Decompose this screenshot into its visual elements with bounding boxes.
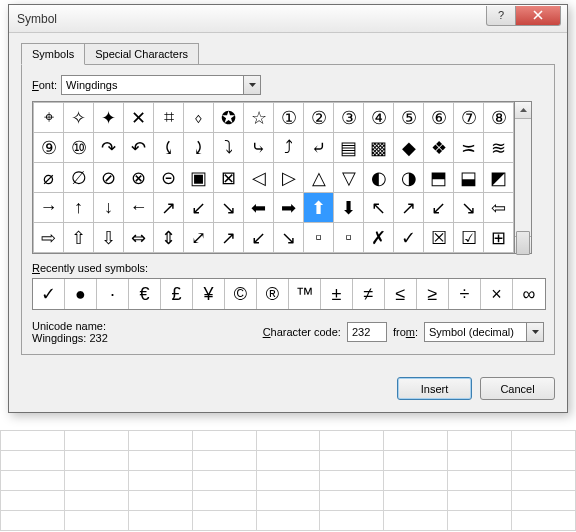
from-combobox[interactable]: Symbol (decimal) — [424, 322, 544, 342]
font-dropdown-button[interactable] — [243, 76, 260, 94]
symbol-cell[interactable]: ✦ — [94, 103, 124, 133]
from-dropdown-button[interactable] — [526, 323, 543, 341]
recent-symbol-cell[interactable]: € — [129, 279, 161, 309]
symbol-cell[interactable]: ⑥ — [424, 103, 454, 133]
symbol-cell[interactable]: ⬅ — [244, 193, 274, 223]
spreadsheet-grid[interactable] — [0, 430, 576, 531]
symbol-cell[interactable]: ≍ — [454, 133, 484, 163]
help-button[interactable]: ? — [486, 6, 516, 26]
recent-symbol-cell[interactable]: · — [97, 279, 129, 309]
recent-symbol-cell[interactable]: ≠ — [353, 279, 385, 309]
symbol-cell[interactable]: ☑ — [454, 223, 484, 253]
symbol-cell[interactable]: ← — [124, 193, 154, 223]
symbol-cell[interactable]: ↗ — [214, 223, 244, 253]
symbol-cell[interactable]: ⑦ — [454, 103, 484, 133]
symbol-cell[interactable]: ⌖ — [34, 103, 64, 133]
scroll-track[interactable] — [515, 119, 531, 236]
symbol-cell[interactable]: ⬓ — [454, 163, 484, 193]
symbol-cell[interactable]: ☒ — [424, 223, 454, 253]
symbol-cell[interactable]: ⤴ — [274, 133, 304, 163]
symbol-cell[interactable]: ⬇ — [334, 193, 364, 223]
symbol-cell[interactable]: ⊞ — [484, 223, 514, 253]
symbol-cell[interactable]: ⇨ — [34, 223, 64, 253]
recent-symbol-cell[interactable]: ● — [65, 279, 97, 309]
symbol-cell[interactable]: ⑧ — [484, 103, 514, 133]
symbol-cell[interactable]: ↙ — [184, 193, 214, 223]
symbol-cell[interactable]: ◑ — [394, 163, 424, 193]
symbol-cell[interactable]: ✪ — [214, 103, 244, 133]
symbol-cell[interactable]: ⤷ — [244, 133, 274, 163]
recent-symbol-cell[interactable]: © — [225, 279, 257, 309]
recent-symbol-cell[interactable]: × — [481, 279, 513, 309]
symbol-cell[interactable]: ◐ — [364, 163, 394, 193]
font-combobox[interactable]: Wingdings — [61, 75, 261, 95]
symbol-cell[interactable]: ⬆ — [304, 193, 334, 223]
symbol-cell[interactable]: ↑ — [64, 193, 94, 223]
symbol-grid-scrollbar[interactable] — [515, 101, 532, 254]
symbol-cell[interactable]: ↘ — [214, 193, 244, 223]
recent-symbol-cell[interactable]: ™ — [289, 279, 321, 309]
tab-symbols[interactable]: Symbols — [21, 43, 85, 65]
symbol-cell[interactable]: ⬒ — [424, 163, 454, 193]
symbol-cell[interactable]: ✗ — [364, 223, 394, 253]
symbol-cell[interactable]: ↗ — [154, 193, 184, 223]
symbol-cell[interactable]: ▫ — [304, 223, 334, 253]
symbol-cell[interactable]: ⑤ — [394, 103, 424, 133]
symbol-cell[interactable]: ⤢ — [184, 223, 214, 253]
symbol-cell[interactable]: ⇩ — [94, 223, 124, 253]
recent-symbol-cell[interactable]: ≤ — [385, 279, 417, 309]
symbol-cell[interactable]: △ — [304, 163, 334, 193]
symbol-cell[interactable]: ▷ — [274, 163, 304, 193]
symbol-cell[interactable]: ⤸ — [184, 133, 214, 163]
symbol-cell[interactable]: ⌀ — [34, 163, 64, 193]
close-button[interactable] — [515, 6, 561, 26]
recent-symbol-cell[interactable]: ÷ — [449, 279, 481, 309]
symbol-cell[interactable]: ▽ — [334, 163, 364, 193]
symbol-cell[interactable]: ⊠ — [214, 163, 244, 193]
symbol-cell[interactable]: ⇧ — [64, 223, 94, 253]
symbol-cell[interactable]: ✧ — [64, 103, 94, 133]
recent-symbol-cell[interactable]: ✓ — [33, 279, 65, 309]
symbol-cell[interactable]: ☆ — [244, 103, 274, 133]
symbol-cell[interactable]: ↗ — [394, 193, 424, 223]
symbol-cell[interactable]: ↓ — [94, 193, 124, 223]
symbol-cell[interactable]: → — [34, 193, 64, 223]
symbol-cell[interactable]: ↷ — [94, 133, 124, 163]
symbol-cell[interactable]: ⊘ — [94, 163, 124, 193]
symbol-cell[interactable]: ≋ — [484, 133, 514, 163]
symbol-cell[interactable]: ⊗ — [124, 163, 154, 193]
symbol-cell[interactable]: ↙ — [424, 193, 454, 223]
symbol-cell[interactable]: ✕ — [124, 103, 154, 133]
recent-symbol-cell[interactable]: £ — [161, 279, 193, 309]
insert-button[interactable]: Insert — [397, 377, 472, 400]
symbol-cell[interactable]: ④ — [364, 103, 394, 133]
symbol-cell[interactable]: ↙ — [244, 223, 274, 253]
symbol-cell[interactable]: ◁ — [244, 163, 274, 193]
symbol-cell[interactable]: ⇕ — [154, 223, 184, 253]
symbol-cell[interactable]: ③ — [334, 103, 364, 133]
symbol-cell[interactable]: ② — [304, 103, 334, 133]
scroll-up-button[interactable] — [515, 102, 531, 119]
recent-symbol-cell[interactable]: ¥ — [193, 279, 225, 309]
symbol-cell[interactable]: ↘ — [274, 223, 304, 253]
symbol-cell[interactable]: ∅ — [64, 163, 94, 193]
symbol-cell[interactable]: ▫ — [334, 223, 364, 253]
symbol-cell[interactable]: ↶ — [124, 133, 154, 163]
symbol-cell[interactable]: ⬨ — [184, 103, 214, 133]
recent-symbol-cell[interactable]: ± — [321, 279, 353, 309]
symbol-cell[interactable]: ⇔ — [124, 223, 154, 253]
symbol-cell[interactable]: ❖ — [424, 133, 454, 163]
symbol-grid[interactable]: ⌖✧✦✕⌗⬨✪☆①②③④⑤⑥⑦⑧⑨⑩↷↶⤹⤸⤵⤷⤴⤶▤▩◆❖≍≋⌀∅⊘⊗⊝▣⊠◁… — [32, 101, 515, 254]
symbol-cell[interactable]: ⤶ — [304, 133, 334, 163]
scroll-thumb[interactable] — [516, 231, 530, 255]
symbol-cell[interactable]: ↘ — [454, 193, 484, 223]
symbol-cell[interactable]: ▣ — [184, 163, 214, 193]
tab-special-characters[interactable]: Special Characters — [84, 43, 199, 65]
symbol-cell[interactable]: ◩ — [484, 163, 514, 193]
titlebar[interactable]: Symbol ? — [9, 5, 567, 33]
symbol-cell[interactable]: ➡ — [274, 193, 304, 223]
symbol-cell[interactable]: ✓ — [394, 223, 424, 253]
symbol-cell[interactable]: ⑩ — [64, 133, 94, 163]
symbol-cell[interactable]: ◆ — [394, 133, 424, 163]
symbol-cell[interactable]: ⑨ — [34, 133, 64, 163]
